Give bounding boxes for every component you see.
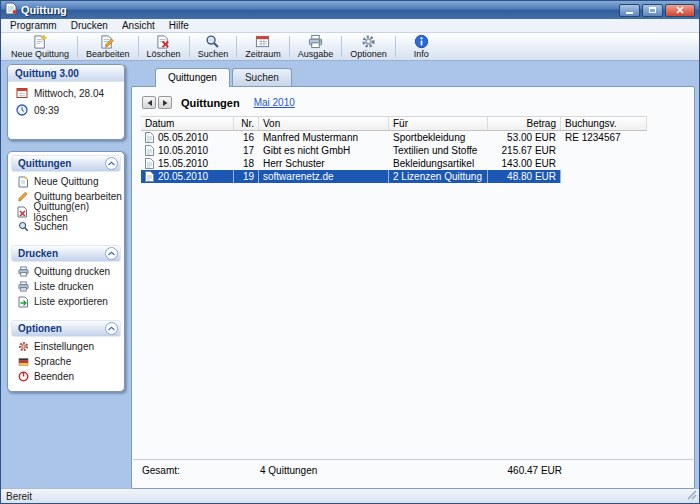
- footer-count: 4 Quittungen: [260, 465, 390, 476]
- table-row-selected[interactable]: 20.05.2010 19 softwarenetz.de 2 Lizenzen…: [141, 170, 647, 183]
- task-label: Liste exportieren: [34, 296, 108, 307]
- previous-month-button[interactable]: [142, 96, 156, 109]
- receipt-doc-icon: [145, 145, 154, 156]
- table-row[interactable]: 05.05.2010 16 Manfred Mustermann Sportbe…: [141, 131, 647, 144]
- close-icon: [676, 6, 684, 14]
- receipt-table: Datum Nr. Von Für Betrag Buchungsv. 05.0…: [141, 116, 647, 183]
- toolbar-neue-quittung-button[interactable]: Neue Quittung: [4, 33, 76, 60]
- toolbar-separator: [138, 36, 139, 57]
- tab-quittungen[interactable]: Quittungen: [155, 68, 230, 87]
- task-liste-drucken[interactable]: Liste drucken: [8, 279, 124, 294]
- gear-icon: [361, 34, 376, 49]
- toolbar-button-label: Zeitraum: [245, 49, 281, 59]
- task-quittung-drucken[interactable]: Quittung drucken: [8, 264, 124, 279]
- toolbar: Neue Quittung Bearbeiten Löschen Suchen …: [1, 33, 699, 61]
- column-header-von[interactable]: Von: [259, 117, 389, 130]
- toolbar-separator: [189, 36, 190, 57]
- language-flag-icon: [18, 357, 29, 367]
- section-title: Drucken: [18, 248, 58, 259]
- edit-icon: [18, 191, 29, 202]
- new-receipt-icon: [33, 34, 48, 49]
- search-icon: [205, 34, 220, 49]
- toolbar-optionen-button[interactable]: Optionen: [343, 33, 394, 60]
- receipt-doc-icon: [145, 132, 154, 143]
- arrow-left-icon: [146, 99, 153, 107]
- menu-ansicht[interactable]: Ansicht: [115, 19, 162, 32]
- minimize-button[interactable]: [619, 4, 640, 17]
- section-header-drucken[interactable]: Drucken: [11, 245, 121, 262]
- receipt-doc-icon: [145, 158, 154, 169]
- task-liste-exportieren[interactable]: Liste exportieren: [8, 294, 124, 309]
- task-label: Neue Quittung: [34, 176, 99, 187]
- toolbar-suchen-button[interactable]: Suchen: [191, 33, 236, 60]
- status-text: Bereit: [6, 491, 32, 502]
- collapse-button[interactable]: [105, 322, 118, 335]
- info-icon: [414, 34, 429, 49]
- toolbar-bearbeiten-button[interactable]: Bearbeiten: [79, 33, 137, 60]
- delete-icon: [156, 34, 171, 49]
- toolbar-button-label: Optionen: [350, 49, 387, 59]
- toolbar-button-label: Info: [414, 49, 429, 59]
- collapse-button[interactable]: [105, 247, 118, 260]
- settings-icon: [18, 341, 29, 352]
- main-panel: Quittungen Mai 2010 Datum Nr. Von Für Be…: [131, 86, 695, 489]
- column-header-buchungsv[interactable]: Buchungsv.: [561, 117, 647, 130]
- task-sprache[interactable]: Sprache: [8, 354, 124, 369]
- task-beenden[interactable]: Beenden: [8, 369, 124, 384]
- toolbar-info-button[interactable]: Info: [407, 33, 436, 60]
- section-title: Optionen: [18, 323, 62, 334]
- app-window: Quittung Programm Drucken Ansicht Hilfe …: [0, 0, 700, 504]
- task-neue-quittung[interactable]: Neue Quittung: [8, 174, 124, 189]
- toolbar-separator: [236, 36, 237, 57]
- toolbar-button-label: Bearbeiten: [86, 49, 130, 59]
- collapse-button[interactable]: [105, 157, 118, 170]
- toolbar-loeschen-button[interactable]: Löschen: [140, 33, 188, 60]
- sidebar-appinfo-panel: Quittung 3.00 Mittwoch, 28.04 09:39: [7, 64, 125, 140]
- menu-drucken[interactable]: Drucken: [64, 19, 115, 32]
- chevron-up-icon: [107, 324, 116, 333]
- next-month-button[interactable]: [158, 96, 172, 109]
- calendar-icon: [255, 34, 270, 49]
- tab-suchen[interactable]: Suchen: [232, 68, 292, 86]
- toolbar-separator: [77, 36, 78, 57]
- resize-grip[interactable]: [687, 490, 697, 502]
- menu-programm[interactable]: Programm: [3, 19, 64, 32]
- toolbar-zeitraum-button[interactable]: Zeitraum: [238, 33, 288, 60]
- table-header-row: Datum Nr. Von Für Betrag Buchungsv.: [141, 116, 647, 131]
- column-header-betrag[interactable]: Betrag: [488, 117, 561, 130]
- column-header-nr[interactable]: Nr.: [234, 117, 259, 130]
- table-row[interactable]: 10.05.2010 17 Gibt es nicht GmbH Textili…: [141, 144, 647, 157]
- menu-hilfe[interactable]: Hilfe: [162, 19, 196, 32]
- chevron-up-icon: [107, 159, 116, 168]
- task-label: Beenden: [34, 371, 74, 382]
- section-header-optionen[interactable]: Optionen: [11, 320, 121, 337]
- toolbar-button-label: Neue Quittung: [11, 49, 69, 59]
- task-label: Sprache: [34, 356, 71, 367]
- task-label: Suchen: [34, 221, 68, 232]
- footer-total-label: Gesamt:: [142, 465, 235, 476]
- nav-row: Quittungen Mai 2010: [132, 87, 694, 116]
- task-quittung-loeschen[interactable]: Quittung(en) löschen: [8, 204, 124, 219]
- arrow-right-icon: [162, 99, 169, 107]
- printer-list-icon: [18, 281, 29, 292]
- maximize-button[interactable]: [642, 4, 663, 17]
- statusbar: Bereit: [1, 488, 699, 503]
- column-header-fuer[interactable]: Für: [389, 117, 488, 130]
- table-row[interactable]: 15.05.2010 18 Herr Schuster Bekleidungsa…: [141, 157, 647, 170]
- calendar-icon: [16, 87, 28, 99]
- task-einstellungen[interactable]: Einstellungen: [8, 339, 124, 354]
- table-footer: Gesamt: 4 Quittungen 460.47 EUR: [133, 459, 693, 476]
- column-header-datum[interactable]: Datum: [141, 117, 234, 130]
- sidebar-task-panel: Quittungen Neue Quittung Quittung bearbe…: [7, 151, 125, 392]
- toolbar-spacer: [397, 33, 407, 60]
- section-title: Quittungen: [18, 158, 71, 169]
- toolbar-ausgabe-button[interactable]: Ausgabe: [291, 33, 341, 60]
- content-area: Quittung 3.00 Mittwoch, 28.04 09:39 Quit…: [1, 61, 699, 488]
- chevron-up-icon: [107, 249, 116, 258]
- list-title: Quittungen: [181, 97, 240, 109]
- section-header-quittungen[interactable]: Quittungen: [11, 155, 121, 172]
- toolbar-button-label: Ausgabe: [298, 49, 334, 59]
- edit-icon: [100, 34, 115, 49]
- close-button[interactable]: [665, 4, 695, 17]
- period-link[interactable]: Mai 2010: [254, 97, 295, 108]
